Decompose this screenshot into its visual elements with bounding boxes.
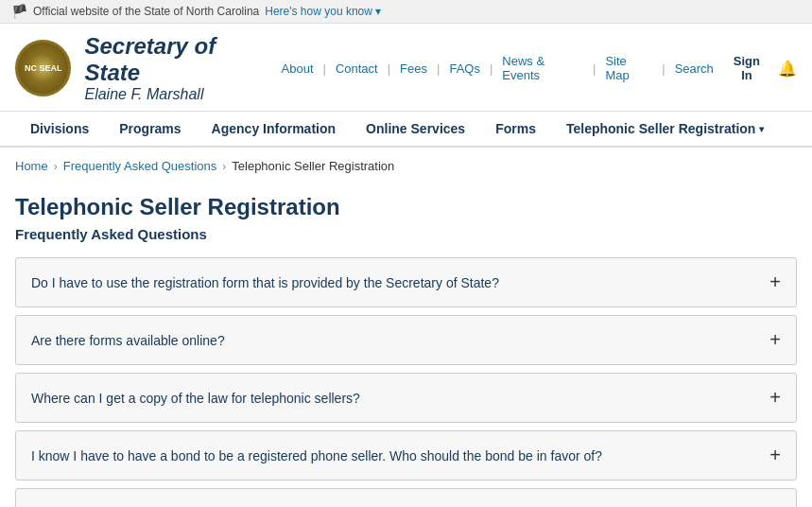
faq-item-5[interactable]: How long will my registration last? + [15,488,797,507]
faq-list: Do I have to use the registration form t… [15,257,797,507]
state-seal: NC SEAL [15,40,71,96]
header-nav-sitemap[interactable]: Site Map [599,52,658,84]
faq-question-3: Where can I get a copy of the law for te… [16,374,796,422]
official-text: Official website of the State of North C… [33,5,259,18]
header-nav-faqs[interactable]: FAQs [443,60,486,78]
nav-divisions[interactable]: Divisions [15,112,104,146]
main-nav: Divisions Programs Agency Information On… [0,112,812,148]
faq-expand-icon-5: + [769,502,781,507]
dropdown-arrow-icon: ▾ [759,124,764,134]
top-bar: 🏴 Official website of the State of North… [0,0,812,24]
breadcrumb-home[interactable]: Home [15,159,48,173]
breadcrumb-faq[interactable]: Frequently Asked Questions [63,159,217,173]
header-nav: About | Contact | Fees | FAQs | News & E… [276,52,797,84]
page-title: Telephonic Seller Registration [15,194,797,220]
faq-expand-icon-1: + [769,271,781,293]
header-nav-contact[interactable]: Contact [330,60,384,78]
notification-bell-icon[interactable]: 🔔 [778,60,797,78]
faq-expand-icon-2: + [769,329,781,351]
header-title: Secretary of State Elaine F. Marshall [84,33,275,103]
breadcrumb-sep-2: › [222,160,226,173]
nav-online-services[interactable]: Online Services [351,112,480,146]
header-nav-news[interactable]: News & Events [496,52,589,84]
faq-item-4[interactable]: I know I have to have a bond to be a reg… [15,430,797,481]
nav-programs[interactable]: Programs [104,112,196,146]
sign-in-button[interactable]: Sign In [723,52,770,84]
flag-icon: 🏴 [11,4,27,19]
site-header: NC SEAL Secretary of State Elaine F. Mar… [0,24,812,112]
breadcrumb-sep-1: › [54,160,58,173]
how-you-know-link[interactable]: Here's how you know ▾ [265,5,381,18]
faq-item-1[interactable]: Do I have to use the registration form t… [15,257,797,307]
faq-question-1: Do I have to use the registration form t… [16,258,796,306]
header-nav-about[interactable]: About [276,60,320,78]
header-left: NC SEAL Secretary of State Elaine F. Mar… [15,33,276,103]
faq-item-3[interactable]: Where can I get a copy of the law for te… [15,373,797,423]
breadcrumb: Home › Frequently Asked Questions › Tele… [0,148,812,184]
nav-telephonic-seller[interactable]: Telephonic Seller Registration ▾ [551,112,779,146]
nav-agency-information[interactable]: Agency Information [197,112,351,146]
faq-question-5: How long will my registration last? + [16,489,796,507]
faq-question-2: Are there forms available online? + [16,316,796,364]
faq-item-2[interactable]: Are there forms available online? + [15,315,797,365]
secretary-name: Elaine F. Marshall [84,86,275,103]
header-nav-fees[interactable]: Fees [394,60,433,78]
faq-question-4: I know I have to have a bond to be a reg… [16,431,796,480]
header-nav-search[interactable]: Search [669,60,719,78]
page-subtitle: Frequently Asked Questions [15,226,797,242]
faq-expand-icon-3: + [769,387,781,409]
page-content: Telephonic Seller Registration Frequentl… [0,184,812,507]
breadcrumb-current: Telephonic Seller Registration [232,159,394,173]
agency-name: Secretary of State [84,33,275,86]
faq-expand-icon-4: + [769,445,781,466]
nav-forms[interactable]: Forms [480,112,551,146]
